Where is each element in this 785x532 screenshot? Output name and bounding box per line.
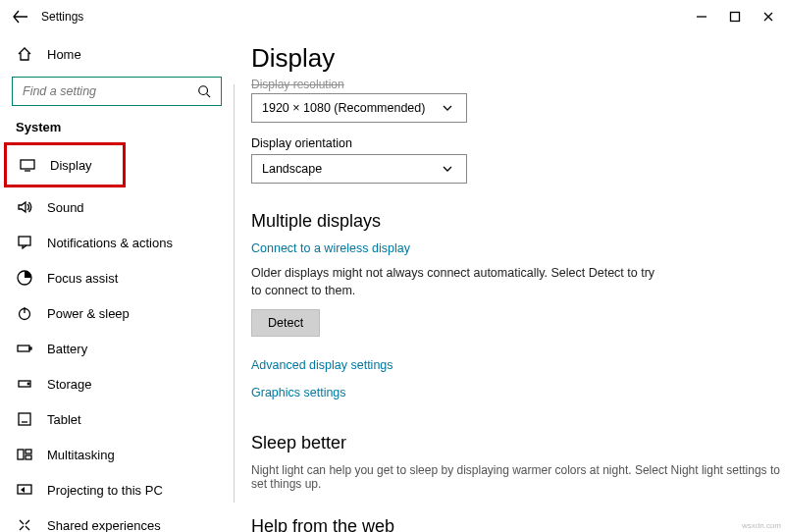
sleep-better-note: Night light can help you get to sleep by… — [251, 463, 785, 491]
notifications-icon — [16, 234, 33, 251]
connect-wireless-link[interactable]: Connect to a wireless display — [251, 241, 785, 255]
sidebar-item-label: Focus assist — [47, 271, 118, 286]
power-icon — [16, 304, 33, 322]
svg-rect-10 — [19, 413, 30, 425]
chevron-down-icon — [439, 99, 456, 117]
watermark: wsxdn.com — [742, 521, 781, 530]
svg-rect-0 — [731, 13, 740, 22]
multitasking-icon — [16, 446, 33, 463]
svg-point-1 — [199, 86, 208, 95]
sidebar-item-label: Storage — [47, 377, 92, 392]
orientation-dropdown[interactable]: Landscape — [251, 154, 467, 184]
sidebar-item-label: Notifications & actions — [47, 236, 173, 250]
detect-button[interactable]: Detect — [251, 309, 320, 337]
sidebar-home[interactable]: Home — [0, 37, 234, 71]
multiple-displays-heading: Multiple displays — [251, 211, 785, 232]
tablet-icon — [16, 410, 33, 428]
svg-point-9 — [27, 383, 29, 385]
advanced-display-link[interactable]: Advanced display settings — [251, 358, 785, 372]
sidebar-item-sound[interactable]: Sound — [0, 189, 234, 225]
sidebar-item-focus-assist[interactable]: Focus assist — [0, 260, 234, 295]
orientation-value: Landscape — [262, 162, 322, 176]
close-button[interactable] — [752, 2, 785, 31]
svg-rect-6 — [18, 346, 29, 351]
resolution-label: Display resolution — [251, 78, 785, 91]
svg-rect-11 — [18, 450, 24, 459]
sidebar-item-label: Tablet — [47, 412, 81, 427]
sidebar-item-shared-experiences[interactable]: Shared experiences — [0, 507, 234, 532]
sidebar-item-tablet[interactable]: Tablet — [0, 401, 234, 437]
sidebar-item-battery[interactable]: Battery — [0, 331, 234, 366]
content-pane: Display Display resolution 1920 × 1080 (… — [234, 33, 785, 532]
titlebar: Settings — [0, 0, 785, 33]
sidebar-item-power-sleep[interactable]: Power & sleep — [0, 295, 234, 331]
sidebar-item-label: Sound — [47, 200, 84, 215]
window-title: Settings — [41, 10, 83, 24]
orientation-label: Display orientation — [251, 136, 785, 150]
sidebar-item-label: Multitasking — [47, 448, 115, 462]
sidebar-item-label: Power & sleep — [47, 306, 130, 321]
resolution-dropdown[interactable]: 1920 × 1080 (Recommended) — [251, 93, 467, 123]
sidebar-item-projecting[interactable]: Projecting to this PC — [0, 472, 234, 507]
sidebar-item-label: Shared experiences — [47, 518, 161, 533]
home-icon — [16, 45, 33, 63]
svg-rect-7 — [29, 347, 31, 349]
page-title: Display — [251, 43, 785, 74]
back-button[interactable] — [10, 6, 31, 27]
projecting-icon — [16, 481, 33, 499]
display-icon — [19, 156, 36, 174]
sidebar-item-storage[interactable]: Storage — [0, 366, 234, 401]
older-displays-note: Older displays might not always connect … — [251, 265, 663, 299]
graphics-settings-link[interactable]: Graphics settings — [251, 386, 785, 399]
sidebar-item-label: Projecting to this PC — [47, 483, 163, 498]
sidebar-item-display[interactable]: Display — [4, 142, 126, 187]
sidebar-item-multitasking[interactable]: Multitasking — [0, 437, 234, 472]
focus-assist-icon — [16, 269, 33, 287]
shared-experiences-icon — [16, 516, 33, 532]
sleep-better-heading: Sleep better — [251, 433, 785, 453]
sidebar-section-label: System — [0, 120, 234, 134]
sidebar-home-label: Home — [47, 47, 81, 62]
content-divider — [234, 84, 235, 503]
maximize-button[interactable] — [718, 2, 752, 31]
search-field[interactable] — [21, 83, 195, 99]
search-icon — [195, 82, 213, 100]
svg-rect-13 — [26, 455, 31, 459]
svg-rect-2 — [21, 160, 34, 169]
resolution-value: 1920 × 1080 (Recommended) — [262, 101, 425, 115]
sidebar-item-label: Display — [50, 158, 92, 173]
sidebar-item-notifications[interactable]: Notifications & actions — [0, 225, 234, 260]
sound-icon — [16, 198, 33, 216]
search-input[interactable] — [12, 77, 222, 106]
battery-icon — [16, 340, 33, 357]
storage-icon — [16, 375, 33, 393]
svg-rect-12 — [26, 450, 31, 453]
sidebar-item-label: Battery — [47, 342, 87, 356]
chevron-down-icon — [439, 160, 456, 178]
minimize-button[interactable] — [685, 2, 718, 31]
sidebar: Home System Display Sound Notifications … — [0, 33, 234, 532]
svg-rect-3 — [19, 237, 30, 245]
help-from-web-heading: Help from the web — [251, 516, 785, 532]
